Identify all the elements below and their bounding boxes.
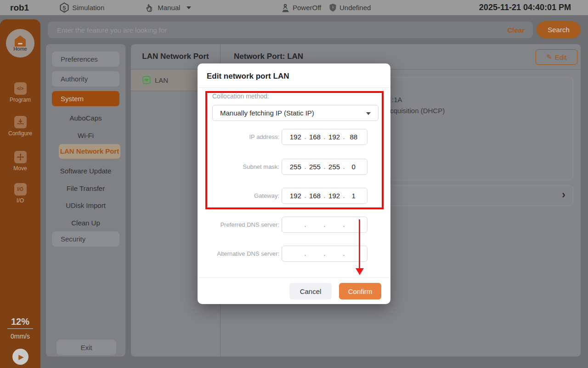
nav-item-clean-up[interactable]: Clean Up [46, 218, 125, 228]
octet-value[interactable]: 192 [325, 192, 343, 200]
simulation-label: Simulation [72, 4, 104, 12]
octet-separator: . [324, 221, 326, 228]
collocation-method-select[interactable]: Manually fetching IP (Static IP) [212, 105, 379, 121]
hand-manual-icon [146, 3, 155, 12]
nav-item-security[interactable]: Security [52, 231, 119, 247]
octet-value[interactable]: 0 [345, 163, 362, 171]
clear-button[interactable]: Clear [507, 26, 525, 34]
octet-value[interactable]: 255 [306, 163, 324, 171]
octet-value[interactable]: 168 [306, 192, 324, 200]
mode-dropdown[interactable]: Manual [146, 3, 191, 12]
speed-divider [7, 328, 33, 329]
octet-value[interactable]: 192 [287, 192, 305, 200]
chevron-down-icon [366, 112, 371, 115]
sidebar-item-program[interactable]: </> Program [0, 82, 40, 103]
octet-value[interactable]: 1 [345, 192, 362, 200]
power-status[interactable]: PowerOff [281, 3, 321, 12]
ethernet-port-icon [142, 76, 151, 84]
nav-item-aubocaps[interactable]: AuboCaps [46, 113, 125, 123]
subnet-mask-row: Subnet mask: 255 . 255 . 255 . 0 [198, 159, 390, 175]
octet-value[interactable]: 192 [287, 133, 305, 141]
play-button[interactable]: ▶ [12, 349, 28, 365]
annotation-arrow-head-icon [356, 268, 364, 275]
primary-sidebar: Home </> Program Configure Move I/O I [0, 19, 40, 368]
home-icon [13, 35, 27, 47]
gateway-row: Gateway: 192 . 168 . 192 . 1 [198, 188, 390, 204]
search-button[interactable]: Search [537, 21, 581, 38]
list-item-label: LAN [155, 76, 168, 84]
confirm-button[interactable]: Confirm [339, 283, 381, 299]
sidebar-item-configure[interactable]: Configure [0, 116, 40, 137]
ip-address-row: IP address: 192 . 168 . 192 . 88 [198, 129, 390, 145]
octet-value[interactable]: 88 [345, 133, 362, 141]
octet-value[interactable]: 168 [306, 133, 324, 141]
octet-separator: . [343, 221, 345, 228]
edit-button-label: Edit [555, 53, 567, 61]
pencil-icon: ✎ [546, 53, 552, 61]
top-status-bar: rob1 S Simulation Manual PowerOff Undefi… [0, 0, 588, 15]
sidebar-item-io[interactable]: I/O I/O [0, 183, 40, 204]
exit-button[interactable]: Exit [57, 339, 116, 355]
nav-item-system[interactable]: System [52, 91, 119, 106]
subnet-mask-input[interactable]: 255 . 255 . 255 . 0 [282, 159, 368, 175]
alternative-dns-label: Alternative DNS server: [198, 246, 279, 262]
dialog-footer: Cancel Confirm [198, 277, 390, 304]
collocation-method-label: Collocation method: [212, 92, 269, 100]
nav-item-preferences[interactable]: Preferences [52, 52, 119, 67]
sidebar-item-label: Move [13, 165, 27, 172]
mode-label: Manual [158, 4, 180, 12]
octet-separator: . [305, 250, 306, 257]
nav-item-authority[interactable]: Authority [52, 71, 119, 86]
sidebar-item-label: Configure [8, 130, 32, 137]
ip-address-input[interactable]: 192 . 168 . 192 . 88 [282, 129, 368, 145]
simulation-mode-indicator[interactable]: S Simulation [59, 2, 104, 13]
gateway-label: Gateway: [198, 188, 279, 204]
octet-separator: . [324, 250, 326, 257]
robot-name: rob1 [10, 3, 29, 13]
alternative-dns-row: Alternative DNS server: . . . [198, 246, 390, 262]
speed-value: 0mm/s [0, 333, 40, 340]
dialog-divider [198, 87, 390, 88]
nav-item-software-update[interactable]: Software Update [46, 166, 125, 176]
power-status-label: PowerOff [293, 4, 321, 12]
settings-nav-panel: Preferences Authority System AuboCaps Wi… [46, 44, 125, 356]
sidebar-item-label: I/O [17, 197, 24, 204]
octet-value[interactable]: 255 [325, 163, 343, 171]
mac-address-fragment: :1A [392, 96, 402, 104]
nav-item-wifi[interactable]: Wi-Fi [46, 131, 125, 141]
nav-item-file-transfer[interactable]: File Transfer [46, 184, 125, 194]
chevron-down-icon [187, 6, 191, 9]
io-icon: I/O [14, 183, 27, 196]
sidebar-item-label: Home [13, 46, 27, 52]
gateway-input[interactable]: 192 . 168 . 192 . 1 [282, 188, 368, 204]
safety-status-label: Undefined [339, 4, 371, 12]
subnet-mask-label: Subnet mask: [198, 159, 279, 175]
search-placeholder: Enter the feature you are looking for [57, 26, 507, 34]
chevron-right-icon: › [562, 188, 565, 201]
sidebar-item-label: Program [10, 97, 31, 103]
cancel-button[interactable]: Cancel [289, 283, 332, 299]
octet-separator: . [305, 221, 306, 228]
clock: 2025-11-21 04:40:01 PM [479, 3, 571, 12]
speed-percentage[interactable]: 12% [0, 316, 40, 327]
nav-item-lan-network-port[interactable]: LAN Network Port [59, 144, 120, 159]
sidebar-item-home[interactable]: Home [6, 29, 34, 58]
ip-address-label: IP address: [198, 129, 279, 145]
safety-status[interactable]: Undefined [329, 3, 371, 12]
dhcp-mode-fragment: cquisition (DHCP) [390, 107, 445, 115]
nav-item-udisk-import[interactable]: UDisk Import [46, 201, 125, 211]
alternative-dns-input[interactable]: . . . [282, 246, 368, 262]
robot-arm-icon [281, 3, 290, 12]
preferred-dns-input[interactable]: . . . [282, 217, 368, 233]
configure-icon [14, 116, 27, 128]
preferred-dns-row: Preferred DNS server: . . . [198, 217, 390, 233]
selected-option-label: Manually fetching IP (Static IP) [220, 109, 314, 117]
feature-search-input[interactable]: Enter the feature you are looking for Cl… [48, 22, 533, 38]
octet-value[interactable]: 255 [287, 163, 305, 171]
annotation-arrow [359, 219, 360, 269]
octet-value[interactable]: 192 [325, 133, 343, 141]
edit-button[interactable]: ✎ Edit [536, 49, 577, 65]
svg-text:S: S [63, 5, 66, 11]
play-icon: ▶ [18, 353, 24, 361]
sidebar-item-move[interactable]: Move [0, 151, 40, 172]
